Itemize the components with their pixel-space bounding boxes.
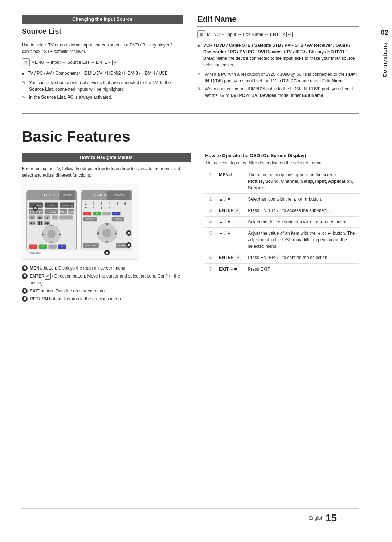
enter-icon-7: ↵ [275, 255, 281, 262]
osd-row-6: 6 ENTER ↵ Press ENTER↵ to confirm the se… [205, 252, 359, 264]
osd-row-2: 2 ▲ / ▼ Select an icon with the ▲ or ▼ b… [205, 194, 359, 205]
nav-desc: Before using the TV, follow the steps be… [22, 165, 191, 178]
svg-text:3: 3 [101, 202, 103, 205]
osd-step-desc-5: Adjust the value of an item with the ◄ o… [245, 228, 359, 252]
edit-name-menu-path: ⊞ MENU → Input → Edit Name → ENTER ↵ [197, 30, 359, 38]
source-list-menu-path: ⊞ MENU → Input → Source List → ENTER ↵ [22, 58, 183, 66]
svg-rect-28 [59, 215, 73, 219]
right-col-edit-name: Edit Name ⊞ MENU → Input → Edit Name → E… [197, 15, 359, 102]
svg-text:INFO i: INFO i [114, 218, 122, 221]
top-section: Changing the Input Source Source List Us… [22, 15, 359, 114]
svg-text:◄◄: ◄◄ [29, 221, 35, 225]
source-list-notes: You can only choose external devices tha… [22, 79, 183, 100]
main-content: Changing the Input Source Source List Us… [0, 0, 377, 542]
menu-icon-2: ⊞ [197, 30, 205, 38]
svg-text:D: D [61, 245, 63, 248]
svg-text:C: C [106, 212, 108, 215]
svg-text:Navigation: Navigation [28, 251, 41, 254]
svg-text:B: B [42, 245, 44, 248]
svg-text:MENU: MENU [48, 204, 56, 207]
source-list-bullet-item: TV / PC / AV / Component / HDMI1/DVI / H… [22, 70, 183, 77]
svg-text:Services: Services [113, 193, 124, 197]
svg-text:1: 1 [85, 202, 87, 205]
svg-text:↺: ↺ [31, 216, 33, 219]
numbered-note-3: ❸ EXIT button: Exits the on-screen menu. [22, 288, 191, 294]
num-circle-3: ❸ [22, 288, 28, 294]
osd-step-num-7: 7 [205, 264, 216, 275]
edit-name-path-text: MENU → Input → Edit Name → ENTER [207, 32, 285, 37]
menu-icon: ⊞ [22, 58, 30, 66]
edit-name-note-1: When a PC with a resolution of 1920 x 10… [197, 71, 359, 84]
features-left: How to Navigate Menus Before using the T… [22, 153, 191, 304]
svg-text:D: D [115, 212, 117, 215]
num-circle-4: ❹ [22, 296, 28, 302]
osd-step-num-1: 1 [205, 169, 216, 194]
svg-point-36 [47, 230, 56, 238]
svg-text:▼: ▼ [105, 239, 109, 243]
osd-step-desc-1: The main menu options appear on the scre… [245, 169, 359, 194]
svg-text:◄: ◄ [96, 231, 99, 235]
osd-subtitle: The access step may differ depending on … [205, 160, 359, 165]
svg-text:▣: ▣ [38, 216, 41, 219]
basic-features-title: Basic Features [22, 128, 359, 145]
svg-text:❶: ❶ [34, 206, 37, 210]
svg-text:B: B [96, 212, 98, 215]
enter-icon-4: ↵ [234, 208, 240, 214]
svg-text:►: ► [114, 231, 118, 235]
osd-step-num-3: 3 [205, 205, 216, 217]
svg-text:8: 8 [93, 206, 95, 210]
osd-title: How to Operate the OSD (On Screen Displa… [205, 153, 359, 158]
remote-image: TV Control Services CONTENT MENU INTERNE… [22, 184, 138, 260]
svg-text:TV Control: TV Control [44, 193, 59, 197]
osd-step-label-1: MENU [216, 169, 245, 194]
svg-text:2: 2 [93, 202, 95, 205]
section-header-navigate: How to Navigate Menus [22, 153, 191, 162]
basic-features-section: Basic Features How to Navigate Menus Bef… [22, 124, 359, 304]
osd-step-desc-7: Press EXIT. [245, 264, 359, 275]
enter-icon-1: ↵ [112, 60, 118, 65]
side-tab-number: 02 [381, 29, 388, 37]
svg-text:0: 0 [109, 206, 110, 210]
page-number-label: English [309, 516, 323, 521]
osd-row-4: 4 ▲ / ▼ Select the desired submenu with … [205, 217, 359, 228]
osd-step-label-5: ◄ / ► [216, 228, 245, 252]
svg-text:C: C [52, 245, 54, 248]
svg-text:7: 7 [85, 206, 87, 210]
svg-text:❹: ❹ [106, 251, 108, 255]
features-columns: How to Navigate Menus Before using the T… [22, 153, 359, 304]
svg-text:4: 4 [109, 202, 110, 205]
num-circle-1: ❶ [22, 265, 28, 271]
osd-step-num-6: 6 [205, 252, 216, 264]
enter-icon-5: ↵ [275, 208, 281, 214]
svg-text:INFO: INFO [60, 210, 67, 213]
osd-step-label-3: ENTER↵ [216, 205, 245, 217]
source-list-bullets: TV / PC / AV / Component / HDMI1/DVI / H… [22, 70, 183, 77]
svg-text:❸: ❸ [127, 243, 130, 247]
osd-step-label-6: ENTER ↵ [216, 252, 245, 264]
svg-point-79 [102, 229, 111, 238]
osd-row-3: 3 ENTER↵ Press ENTER↵ to access the sub-… [205, 205, 359, 217]
numbered-note-2: ❷ ENTER↵ / Direction button: Move the cu… [22, 273, 191, 286]
svg-text:TOOLS: TOOLS [47, 210, 56, 213]
edit-name-notes: When a PC with a resolution of 1920 x 10… [197, 71, 359, 99]
osd-row-5: 5 ◄ / ► Adjust the value of an item with… [205, 228, 359, 252]
svg-text:5: 5 [117, 202, 118, 205]
svg-text:▐▐: ▐▐ [38, 221, 42, 225]
svg-text:◄: ◄ [41, 232, 44, 236]
numbered-notes: ❶ MENU button: Displays the main on-scre… [22, 265, 191, 302]
numbered-note-1: ❶ MENU button: Displays the main on-scre… [22, 265, 191, 271]
remote-svg: TV Control Services CONTENT MENU INTERNE… [25, 187, 135, 255]
section-header-changing: Changing the Input Source [22, 15, 183, 24]
page-container: Changing the Input Source Source List Us… [0, 0, 392, 542]
osd-step-desc-6: Press ENTER↵ to confirm the selection. [245, 252, 359, 264]
svg-text:▲: ▲ [105, 221, 109, 225]
svg-text:►: ► [58, 232, 62, 236]
osd-step-num-4: 4 [205, 217, 216, 228]
svg-text:EXIT: EXIT [68, 210, 74, 213]
osd-step-desc-3: Press ENTER↵ to access the sub-menu. [245, 205, 359, 217]
source-list-note-1: You can only choose external devices tha… [22, 79, 183, 93]
osd-table: 1 MENU The main menu options appear on t… [205, 169, 359, 275]
source-list-desc: Use to select TV or an external input so… [22, 42, 183, 55]
svg-text:TOOLS: TOOLS [86, 218, 94, 221]
osd-step-num-5: 5 [205, 228, 216, 252]
